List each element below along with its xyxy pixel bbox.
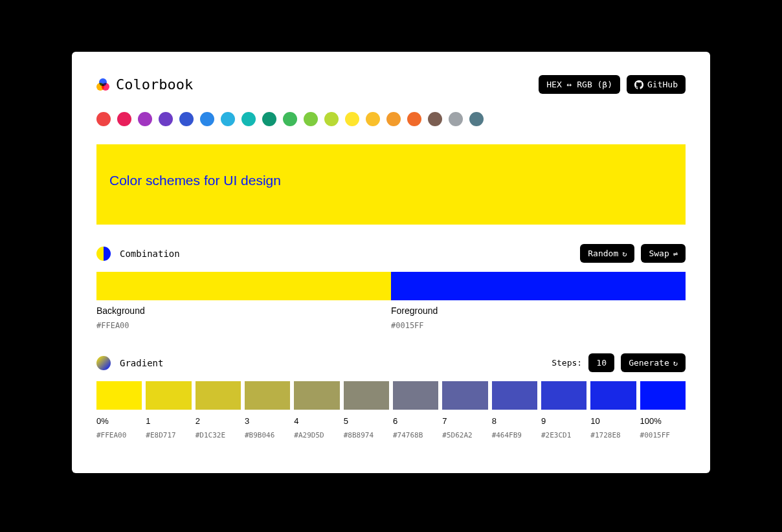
- palette-color-0[interactable]: [96, 112, 111, 126]
- foreground-swatch[interactable]: [391, 272, 686, 300]
- gradient-cell-11: 100%#0015FF: [640, 381, 686, 439]
- random-button[interactable]: Random ↻: [580, 244, 634, 263]
- gradient-step-label: 2: [196, 416, 241, 426]
- foreground-col: Foreground #0015FF: [391, 305, 686, 330]
- gradient-step-label: 7: [442, 416, 487, 426]
- gradient-step-label: 5: [344, 416, 389, 426]
- combination-header: Combination Random ↻ Swap ⇌: [96, 244, 686, 263]
- palette-color-17[interactable]: [449, 112, 463, 126]
- gradient-cell-1: 1#E8D717: [146, 381, 191, 439]
- gradient-swatch[interactable]: [344, 381, 389, 410]
- gradient-swatch[interactable]: [640, 381, 686, 410]
- palette-color-6[interactable]: [221, 112, 235, 126]
- app-card: Colorbook HEX ↔ RGB (β) GitHub Color sch…: [72, 52, 710, 473]
- gradient-swatch[interactable]: [96, 381, 142, 410]
- gradient-hex-label: #5D62A2: [442, 431, 487, 439]
- hero-text: Color schemes for UI design: [109, 173, 673, 188]
- gradient-swatch[interactable]: [146, 381, 191, 410]
- random-label: Random: [588, 249, 618, 258]
- palette-color-15[interactable]: [407, 112, 421, 126]
- gradient-cell-8: 8#464FB9: [492, 381, 537, 439]
- brand: Colorbook: [96, 76, 193, 93]
- gradient-hex-label: #D1C32E: [196, 431, 241, 439]
- foreground-hex: #0015FF: [391, 321, 686, 330]
- palette-color-18[interactable]: [469, 112, 484, 126]
- gradient-swatch[interactable]: [541, 381, 586, 410]
- gradient-hex-label: #8B8974: [344, 431, 389, 439]
- swap-button[interactable]: Swap ⇌: [641, 244, 686, 263]
- combination-labels: Background #FFEA00 Foreground #0015FF: [96, 305, 686, 330]
- palette-color-12[interactable]: [345, 112, 359, 126]
- gradient-cell-10: 10#1728E8: [590, 381, 636, 439]
- gradient-step-label: 10: [590, 416, 636, 426]
- gradient-cell-6: 6#74768B: [393, 381, 438, 439]
- gradient-step-label: 1: [146, 416, 191, 426]
- gradient-hex-label: #A29D5D: [294, 431, 339, 439]
- palette-color-4[interactable]: [179, 112, 194, 126]
- swap-label: Swap: [649, 249, 669, 258]
- gradient-swatch[interactable]: [492, 381, 537, 410]
- gradient-hex-label: #464FB9: [492, 431, 537, 439]
- combination-swatch-row: [96, 272, 686, 300]
- background-swatch[interactable]: [96, 272, 391, 300]
- gradient-cell-3: 3#B9B046: [245, 381, 290, 439]
- palette-color-9[interactable]: [283, 112, 297, 126]
- gradient-cell-4: 4#A29D5D: [294, 381, 339, 439]
- gradient-swatch[interactable]: [442, 381, 487, 410]
- gradient-title: Gradient: [120, 358, 163, 368]
- palette-color-13[interactable]: [366, 112, 380, 126]
- gradient-title-group: Gradient: [96, 356, 163, 370]
- gradient-row: 0%#FFEA001#E8D7172#D1C32E3#B9B0464#A29D5…: [96, 381, 686, 439]
- palette-row: [96, 112, 686, 126]
- gradient-hex-label: #74768B: [393, 431, 438, 439]
- palette-color-16[interactable]: [428, 112, 442, 126]
- brand-name: Colorbook: [116, 76, 193, 93]
- palette-color-10[interactable]: [304, 112, 318, 126]
- gradient-step-label: 3: [245, 416, 290, 426]
- gradient-cell-7: 7#5D62A2: [442, 381, 487, 439]
- steps-input[interactable]: [588, 353, 614, 372]
- swap-icon: ⇌: [673, 249, 678, 258]
- background-hex: #FFEA00: [96, 321, 391, 330]
- github-label: GitHub: [647, 80, 678, 89]
- header: Colorbook HEX ↔ RGB (β) GitHub: [96, 75, 686, 94]
- palette-color-3[interactable]: [159, 112, 173, 126]
- palette-color-2[interactable]: [138, 112, 152, 126]
- palette-color-7[interactable]: [241, 112, 256, 126]
- combination-icon: [96, 247, 111, 261]
- gradient-hex-label: #1728E8: [590, 431, 636, 439]
- gradient-hex-label: #FFEA00: [96, 431, 142, 439]
- gradient-step-label: 100%: [640, 416, 686, 426]
- hex-rgb-button[interactable]: HEX ↔ RGB (β): [539, 75, 620, 94]
- combination-title-group: Combination: [96, 247, 180, 261]
- gradient-step-label: 9: [541, 416, 586, 426]
- gradient-swatch[interactable]: [245, 381, 290, 410]
- gradient-hex-label: #0015FF: [640, 431, 686, 439]
- gradient-swatch[interactable]: [590, 381, 636, 410]
- header-actions: HEX ↔ RGB (β) GitHub: [539, 75, 686, 94]
- gradient-swatch[interactable]: [393, 381, 438, 410]
- gradient-step-label: 0%: [96, 416, 142, 426]
- gradient-swatch[interactable]: [196, 381, 241, 410]
- github-button[interactable]: GitHub: [627, 75, 686, 94]
- gradient-header: Gradient Steps: Generate ↻: [96, 353, 686, 372]
- generate-button[interactable]: Generate ↻: [621, 353, 686, 372]
- github-icon: [634, 80, 643, 89]
- steps-label: Steps:: [552, 358, 582, 368]
- gradient-icon: [96, 356, 111, 370]
- gradient-swatch[interactable]: [294, 381, 339, 410]
- gradient-hex-label: #E8D717: [146, 431, 191, 439]
- gradient-step-label: 4: [294, 416, 339, 426]
- palette-color-5[interactable]: [200, 112, 214, 126]
- palette-color-14[interactable]: [386, 112, 401, 126]
- logo-icon: [96, 78, 109, 91]
- hero-banner: Color schemes for UI design: [96, 144, 686, 225]
- gradient-hex-label: #2E3CD1: [541, 431, 586, 439]
- foreground-label: Foreground: [391, 305, 686, 316]
- palette-color-1[interactable]: [117, 112, 131, 126]
- palette-color-8[interactable]: [262, 112, 276, 126]
- palette-color-11[interactable]: [324, 112, 339, 126]
- gradient-hex-label: #B9B046: [245, 431, 290, 439]
- generate-label: Generate: [629, 358, 669, 368]
- gradient-cell-2: 2#D1C32E: [196, 381, 241, 439]
